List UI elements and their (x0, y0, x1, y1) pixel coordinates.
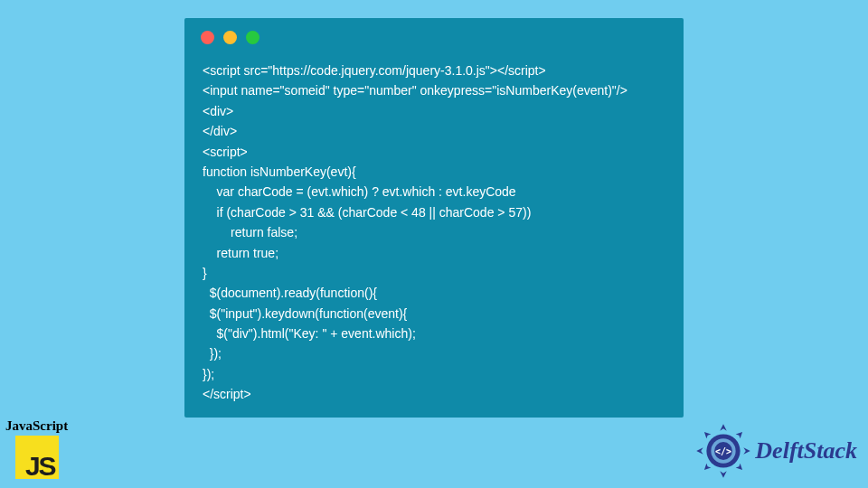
delftstack-ornament-icon: </> (695, 423, 751, 479)
svg-text:</>: </> (715, 446, 731, 456)
javascript-logo-icon: JS (15, 436, 59, 479)
minimize-icon (223, 31, 237, 44)
close-icon (201, 31, 214, 44)
delftstack-logo: </> DelftStack (695, 423, 857, 479)
window-titlebar (184, 18, 684, 52)
maximize-icon (246, 31, 259, 44)
javascript-logo-text: JS (25, 451, 55, 482)
code-window: <script src="https://code.jquery.com/jqu… (184, 18, 684, 418)
javascript-label: JavaScript (5, 418, 68, 434)
code-content: <script src="https://code.jquery.com/jqu… (184, 52, 684, 423)
javascript-badge: JavaScript JS (5, 418, 68, 479)
delftstack-text: DelftStack (755, 437, 857, 465)
